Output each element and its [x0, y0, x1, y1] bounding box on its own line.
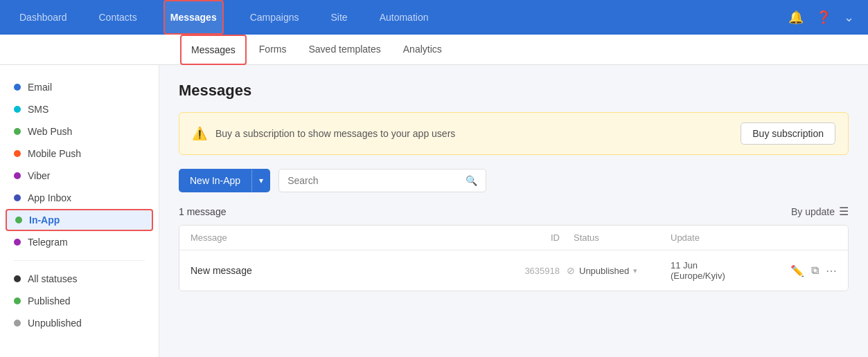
nav-dashboard[interactable]: Dashboard: [14, 0, 73, 35]
toolbar: New In-App ▾ 🔍: [179, 169, 849, 192]
sidebar-label-email: Email: [28, 82, 52, 93]
chevron-down-icon[interactable]: ⌄: [844, 10, 854, 25]
message-count: 1 message: [179, 206, 226, 217]
web-push-dot: [14, 128, 21, 135]
sidebar-label-unpublished: Unpublished: [28, 318, 82, 329]
new-button-label: New In-App: [179, 169, 251, 192]
sort-button[interactable]: By update ☰: [791, 205, 849, 218]
row-actions: ✏️ ⧉ ⋯: [781, 264, 837, 277]
main-content: Messages ⚠️ Buy a subscription to show m…: [159, 65, 868, 357]
sidebar-label-all-statuses: All statuses: [28, 273, 78, 284]
alert-text: Buy a subscription to show messages to y…: [215, 128, 455, 139]
sort-label: By update: [791, 206, 835, 217]
sidebar-item-sms[interactable]: SMS: [0, 98, 159, 120]
unpublished-dot: [14, 320, 21, 327]
table-row: New message 3635918 ⊘ Unpublished ▾ 11 J…: [179, 250, 848, 291]
row-status-cell: ⊘ Unpublished ▾: [560, 265, 671, 276]
sidebar-label-telegram: Telegram: [28, 237, 68, 248]
copy-icon[interactable]: ⧉: [811, 264, 819, 277]
sidebar-label-app-inbox: App Inbox: [28, 192, 71, 203]
help-icon[interactable]: ❓: [816, 10, 831, 25]
sidebar: Email SMS Web Push Mobile Push Viber App…: [0, 65, 159, 357]
col-header-status: Status: [560, 232, 671, 243]
all-statuses-dot: [14, 275, 21, 282]
nav-campaigns[interactable]: Campaigns: [245, 0, 305, 35]
sort-icon: ☰: [839, 205, 849, 218]
sidebar-label-published: Published: [28, 295, 71, 306]
alert-banner: ⚠️ Buy a subscription to show messages t…: [179, 112, 849, 155]
sidebar-item-telegram[interactable]: Telegram: [0, 231, 159, 253]
sidebar-label-viber: Viber: [28, 170, 50, 181]
sms-dot: [14, 106, 21, 113]
sidebar-divider: [14, 260, 145, 261]
page-title: Messages: [179, 82, 849, 100]
row-message-id: 3635918: [490, 266, 560, 276]
sidebar-item-viber[interactable]: Viber: [0, 165, 159, 187]
sidebar-label-web-push: Web Push: [28, 126, 72, 137]
sidebar-item-email[interactable]: Email: [0, 76, 159, 98]
nav-automation[interactable]: Automation: [374, 0, 434, 35]
alert-warning-icon: ⚠️: [192, 126, 207, 141]
alert-left: ⚠️ Buy a subscription to show messages t…: [192, 126, 455, 141]
published-dot: [14, 298, 21, 304]
sidebar-filter-unpublished[interactable]: Unpublished: [0, 312, 159, 334]
subnav-forms[interactable]: Forms: [249, 35, 296, 65]
status-label: Unpublished: [579, 266, 629, 276]
status-filter-list: All statuses Published Unpublished: [0, 268, 159, 334]
sub-navigation: Messages Forms Saved templates Analytics: [0, 35, 868, 65]
email-dot: [14, 84, 21, 91]
row-update-date: 11 Jun (Europe/Kyiv): [671, 260, 781, 281]
viber-dot: [14, 172, 21, 179]
status-badge: ⊘ Unpublished ▾: [567, 265, 637, 276]
status-unpublish-icon: ⊘: [567, 265, 575, 276]
nav-messages[interactable]: Messages: [163, 0, 224, 35]
sidebar-item-mobile-push[interactable]: Mobile Push: [0, 143, 159, 165]
table-header-row: 1 message By update ☰: [179, 205, 849, 218]
main-layout: Email SMS Web Push Mobile Push Viber App…: [0, 65, 868, 357]
sidebar-label-sms: SMS: [28, 104, 48, 115]
search-icon: 🔍: [466, 175, 477, 186]
sidebar-filter-all[interactable]: All statuses: [0, 268, 159, 290]
sidebar-filter-published[interactable]: Published: [0, 290, 159, 312]
sidebar-item-in-app[interactable]: In-App: [6, 209, 153, 231]
top-navigation: Dashboard Contacts Messages Campaigns Si…: [0, 0, 868, 35]
sidebar-label-mobile-push: Mobile Push: [28, 148, 81, 159]
search-box: 🔍: [278, 169, 486, 192]
sidebar-label-in-app: In-App: [29, 214, 60, 226]
telegram-dot: [14, 239, 21, 246]
update-timezone: (Europe/Kyiv): [671, 271, 725, 281]
top-nav-right: 🔔 ❓ ⌄: [788, 10, 854, 25]
channel-list: Email SMS Web Push Mobile Push Viber App…: [0, 76, 159, 253]
search-input[interactable]: [287, 175, 460, 186]
subnav-messages[interactable]: Messages: [180, 35, 247, 65]
buy-subscription-button[interactable]: Buy subscription: [741, 122, 835, 145]
top-nav-links: Dashboard Contacts Messages Campaigns Si…: [14, 0, 434, 35]
edit-icon[interactable]: ✏️: [790, 264, 804, 277]
nav-site[interactable]: Site: [326, 0, 353, 35]
update-date: 11 Jun: [671, 260, 698, 271]
sidebar-item-app-inbox[interactable]: App Inbox: [0, 187, 159, 209]
col-header-id: ID: [490, 232, 560, 243]
subnav-analytics[interactable]: Analytics: [393, 35, 452, 65]
row-message-name: New message: [191, 265, 490, 276]
table-head: Message ID Status Update: [179, 226, 848, 250]
more-icon[interactable]: ⋯: [826, 264, 837, 277]
mobile-push-dot: [14, 150, 21, 157]
in-app-dot: [15, 217, 22, 223]
subnav-saved-templates[interactable]: Saved templates: [299, 35, 390, 65]
col-header-update: Update: [671, 232, 781, 243]
sidebar-item-web-push[interactable]: Web Push: [0, 120, 159, 143]
nav-contacts[interactable]: Contacts: [94, 0, 143, 35]
messages-table: Message ID Status Update New message 363…: [179, 225, 849, 291]
new-in-app-button[interactable]: New In-App ▾: [179, 169, 270, 192]
col-header-message: Message: [191, 232, 490, 243]
bell-icon[interactable]: 🔔: [788, 10, 804, 25]
new-button-arrow[interactable]: ▾: [251, 170, 270, 192]
app-inbox-dot: [14, 194, 21, 201]
status-dropdown-icon[interactable]: ▾: [633, 266, 637, 275]
